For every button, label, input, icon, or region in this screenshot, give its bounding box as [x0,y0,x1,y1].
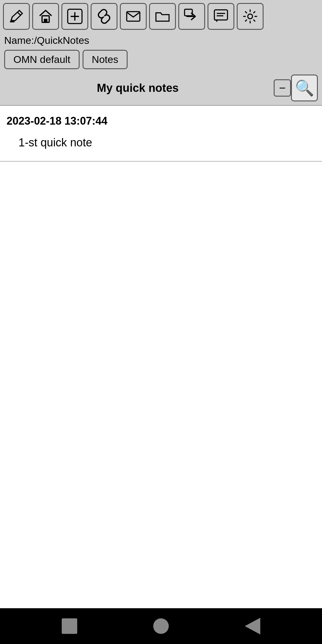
svg-point-11 [248,14,253,19]
svg-rect-8 [214,10,227,20]
home-button[interactable] [32,3,59,30]
tabs-row: OMN default Notes [0,48,322,72]
share-button[interactable] [178,3,205,30]
edit-button[interactable] [3,3,30,30]
back-icon [245,618,260,634]
note-timestamp: 2023-02-18 13:07:44 [7,115,315,127]
nav-square-button[interactable] [62,618,77,634]
bottom-nav [0,608,322,644]
title-row: My quick notes − 🔍 [0,72,322,105]
link-button[interactable] [91,3,117,30]
nav-circle-button[interactable] [153,618,169,634]
square-icon [62,618,77,634]
comment-button[interactable] [208,3,234,30]
svg-rect-7 [185,9,192,16]
content-area: 2023-02-18 13:07:44 1-st quick note [0,106,322,608]
nav-back-button[interactable] [245,618,260,634]
note-text: 1-st quick note [7,133,315,161]
name-row: Name:/QuickNotes [0,33,322,48]
minus-button[interactable]: − [274,79,291,97]
search-button[interactable]: 🔍 [291,75,318,101]
omn-default-tab[interactable]: OMN default [4,50,80,69]
note-divider [0,161,322,162]
name-label: Name:/QuickNotes [4,35,89,46]
svg-rect-2 [44,19,47,22]
toolbar [0,0,322,33]
email-button[interactable] [120,3,147,30]
circle-icon [153,618,169,634]
note-entry: 2023-02-18 13:07:44 1-st quick note [0,106,322,161]
svg-rect-0 [10,21,15,22]
notes-tab[interactable]: Notes [83,50,128,69]
page-title: My quick notes [4,82,271,95]
folder-button[interactable] [149,3,176,30]
add-button[interactable] [61,3,88,30]
search-icon: 🔍 [295,79,314,97]
settings-button[interactable] [237,3,264,30]
